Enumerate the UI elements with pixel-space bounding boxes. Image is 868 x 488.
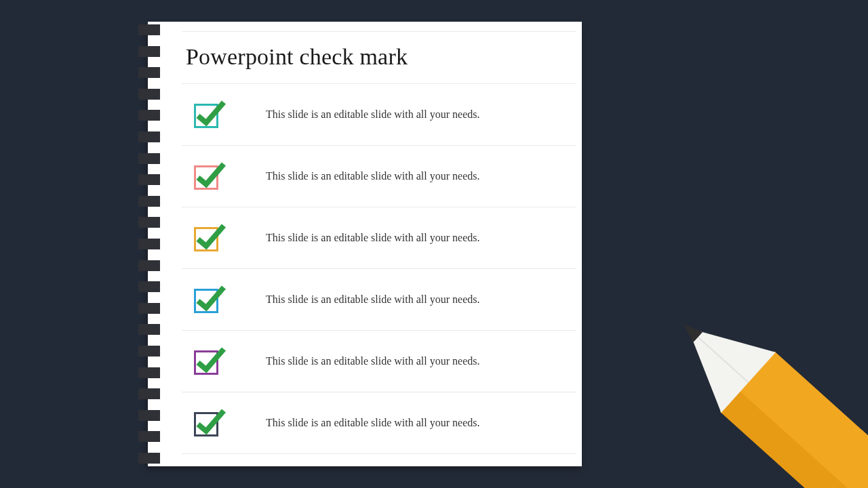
check-icon [191,281,229,319]
list-item: This slide is an editable slide with all… [182,269,576,331]
check-icon [191,157,229,195]
notepad: Powerpoint check mark This slide is an e… [148,22,582,466]
checkbox [191,98,224,131]
list-item-text: This slide is an editable slide with all… [266,170,480,182]
list-item-text: This slide is an editable slide with all… [266,417,480,429]
list-item: This slide is an editable slide with all… [182,207,576,269]
check-icon [191,219,229,257]
page: Powerpoint check mark This slide is an e… [182,31,576,462]
list-item-text: This slide is an editable slide with all… [266,355,480,367]
page-title: Powerpoint check mark [186,44,574,70]
spiral-binding [138,24,160,464]
list-item: This slide is an editable slide with all… [182,331,576,392]
checklist: This slide is an editable slide with all… [182,84,576,454]
list-item: This slide is an editable slide with all… [182,146,576,207]
list-item-text: This slide is an editable slide with all… [266,293,480,306]
list-item-text: This slide is an editable slide with all… [266,108,480,121]
checkbox [191,222,224,254]
check-icon [191,404,229,442]
list-item: This slide is an editable slide with all… [182,392,576,454]
title-row: Powerpoint check mark [182,31,576,84]
checkbox [191,345,224,378]
checkbox [191,283,224,316]
pencil-icon [658,295,868,488]
list-item-text: This slide is an editable slide with all… [266,232,480,244]
check-icon [191,342,229,380]
checkbox [191,160,224,192]
list-item: This slide is an editable slide with all… [182,84,576,146]
check-icon [191,96,229,134]
checkbox [191,407,224,439]
